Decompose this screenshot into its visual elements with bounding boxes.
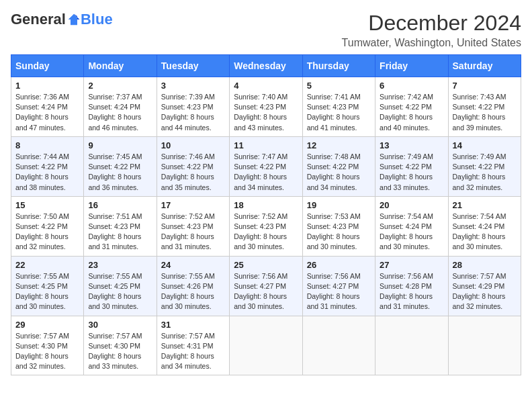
day-number: 4	[234, 81, 298, 91]
logo: General Blue	[11, 11, 113, 28]
calendar-week-3: 15 Sunrise: 7:50 AM Sunset: 4:22 PM Dayl…	[11, 196, 521, 256]
calendar-week-1: 1 Sunrise: 7:36 AM Sunset: 4:24 PM Dayli…	[11, 77, 521, 137]
calendar-week-5: 29 Sunrise: 7:57 AM Sunset: 4:30 PM Dayl…	[11, 316, 521, 375]
day-info: Sunrise: 7:51 AM Sunset: 4:23 PM Dayligh…	[88, 212, 152, 253]
day-number: 21	[453, 200, 517, 210]
calendar-cell: 25 Sunrise: 7:56 AM Sunset: 4:27 PM Dayl…	[230, 256, 302, 316]
calendar-cell	[375, 316, 448, 375]
calendar-cell: 1 Sunrise: 7:36 AM Sunset: 4:24 PM Dayli…	[11, 77, 84, 137]
calendar-cell: 7 Sunrise: 7:43 AM Sunset: 4:22 PM Dayli…	[448, 77, 521, 137]
day-info: Sunrise: 7:55 AM Sunset: 4:25 PM Dayligh…	[88, 271, 152, 312]
day-info: Sunrise: 7:43 AM Sunset: 4:22 PM Dayligh…	[453, 92, 517, 133]
calendar-cell: 8 Sunrise: 7:44 AM Sunset: 4:22 PM Dayli…	[11, 136, 84, 196]
day-number: 27	[380, 260, 443, 270]
day-number: 25	[234, 260, 298, 270]
day-number: 29	[15, 320, 79, 330]
calendar-body: 1 Sunrise: 7:36 AM Sunset: 4:24 PM Dayli…	[11, 77, 521, 375]
calendar-cell: 31 Sunrise: 7:57 AM Sunset: 4:31 PM Dayl…	[157, 316, 229, 375]
day-info: Sunrise: 7:50 AM Sunset: 4:22 PM Dayligh…	[15, 212, 79, 253]
day-info: Sunrise: 7:57 AM Sunset: 4:30 PM Dayligh…	[15, 331, 79, 372]
calendar-cell: 29 Sunrise: 7:57 AM Sunset: 4:30 PM Dayl…	[11, 316, 84, 375]
day-number: 18	[234, 200, 298, 210]
calendar-cell: 27 Sunrise: 7:56 AM Sunset: 4:28 PM Dayl…	[375, 256, 448, 316]
day-number: 1	[15, 81, 79, 91]
calendar-cell: 13 Sunrise: 7:49 AM Sunset: 4:22 PM Dayl…	[375, 136, 448, 196]
calendar-cell: 16 Sunrise: 7:51 AM Sunset: 4:23 PM Dayl…	[84, 196, 157, 256]
day-info: Sunrise: 7:52 AM Sunset: 4:23 PM Dayligh…	[234, 212, 298, 253]
day-number: 17	[161, 200, 225, 210]
calendar-cell: 14 Sunrise: 7:49 AM Sunset: 4:22 PM Dayl…	[448, 136, 521, 196]
calendar-cell: 11 Sunrise: 7:47 AM Sunset: 4:22 PM Dayl…	[230, 136, 302, 196]
calendar-cell: 23 Sunrise: 7:55 AM Sunset: 4:25 PM Dayl…	[84, 256, 157, 316]
header: General Blue December 2024 Tumwater, Was…	[11, 11, 521, 49]
day-number: 2	[88, 81, 152, 91]
calendar-cell: 18 Sunrise: 7:52 AM Sunset: 4:23 PM Dayl…	[230, 196, 302, 256]
day-number: 28	[453, 260, 517, 270]
day-number: 8	[15, 140, 79, 150]
day-info: Sunrise: 7:57 AM Sunset: 4:31 PM Dayligh…	[161, 331, 225, 372]
logo-general-text: General	[11, 11, 66, 28]
calendar-cell: 9 Sunrise: 7:45 AM Sunset: 4:22 PM Dayli…	[84, 136, 157, 196]
day-header-wednesday: Wednesday	[230, 55, 302, 77]
calendar-cell: 22 Sunrise: 7:55 AM Sunset: 4:25 PM Dayl…	[11, 256, 84, 316]
day-header-monday: Monday	[84, 55, 157, 77]
logo-icon	[67, 13, 81, 26]
day-number: 3	[161, 81, 225, 91]
day-info: Sunrise: 7:57 AM Sunset: 4:29 PM Dayligh…	[453, 271, 517, 312]
day-info: Sunrise: 7:56 AM Sunset: 4:27 PM Dayligh…	[234, 271, 298, 312]
calendar-cell: 10 Sunrise: 7:46 AM Sunset: 4:22 PM Dayl…	[157, 136, 229, 196]
title-section: December 2024 Tumwater, Washington, Unit…	[342, 11, 521, 49]
day-info: Sunrise: 7:54 AM Sunset: 4:24 PM Dayligh…	[453, 212, 517, 253]
calendar-cell: 26 Sunrise: 7:56 AM Sunset: 4:27 PM Dayl…	[302, 256, 375, 316]
day-header-friday: Friday	[375, 55, 448, 77]
day-info: Sunrise: 7:56 AM Sunset: 4:28 PM Dayligh…	[380, 271, 443, 312]
day-info: Sunrise: 7:45 AM Sunset: 4:22 PM Dayligh…	[88, 152, 152, 193]
calendar-table: SundayMondayTuesdayWednesdayThursdayFrid…	[11, 54, 521, 375]
day-header-sunday: Sunday	[11, 55, 84, 77]
location-title: Tumwater, Washington, United States	[342, 37, 521, 49]
calendar-cell: 4 Sunrise: 7:40 AM Sunset: 4:23 PM Dayli…	[230, 77, 302, 137]
day-number: 19	[307, 200, 371, 210]
day-number: 10	[161, 140, 225, 150]
day-number: 12	[307, 140, 371, 150]
calendar-cell	[448, 316, 521, 375]
day-info: Sunrise: 7:40 AM Sunset: 4:23 PM Dayligh…	[234, 92, 298, 133]
calendar-cell: 17 Sunrise: 7:52 AM Sunset: 4:23 PM Dayl…	[157, 196, 229, 256]
calendar-cell: 24 Sunrise: 7:55 AM Sunset: 4:26 PM Dayl…	[157, 256, 229, 316]
day-header-thursday: Thursday	[302, 55, 375, 77]
day-info: Sunrise: 7:49 AM Sunset: 4:22 PM Dayligh…	[453, 152, 517, 193]
day-number: 16	[88, 200, 152, 210]
day-number: 24	[161, 260, 225, 270]
day-info: Sunrise: 7:41 AM Sunset: 4:23 PM Dayligh…	[307, 92, 371, 133]
day-info: Sunrise: 7:42 AM Sunset: 4:22 PM Dayligh…	[380, 92, 443, 133]
day-info: Sunrise: 7:36 AM Sunset: 4:24 PM Dayligh…	[15, 92, 79, 133]
day-info: Sunrise: 7:53 AM Sunset: 4:23 PM Dayligh…	[307, 212, 371, 253]
calendar-cell	[230, 316, 302, 375]
day-info: Sunrise: 7:44 AM Sunset: 4:22 PM Dayligh…	[15, 152, 79, 193]
day-info: Sunrise: 7:46 AM Sunset: 4:22 PM Dayligh…	[161, 152, 225, 193]
calendar-cell: 28 Sunrise: 7:57 AM Sunset: 4:29 PM Dayl…	[448, 256, 521, 316]
day-number: 11	[234, 140, 298, 150]
day-number: 23	[88, 260, 152, 270]
day-info: Sunrise: 7:55 AM Sunset: 4:25 PM Dayligh…	[15, 271, 79, 312]
day-number: 22	[15, 260, 79, 270]
day-number: 13	[380, 140, 443, 150]
calendar-header-row: SundayMondayTuesdayWednesdayThursdayFrid…	[11, 55, 521, 77]
day-info: Sunrise: 7:37 AM Sunset: 4:24 PM Dayligh…	[88, 92, 152, 133]
calendar-cell: 5 Sunrise: 7:41 AM Sunset: 4:23 PM Dayli…	[302, 77, 375, 137]
calendar-cell: 3 Sunrise: 7:39 AM Sunset: 4:23 PM Dayli…	[157, 77, 229, 137]
calendar-cell: 6 Sunrise: 7:42 AM Sunset: 4:22 PM Dayli…	[375, 77, 448, 137]
day-number: 30	[88, 320, 152, 330]
day-info: Sunrise: 7:56 AM Sunset: 4:27 PM Dayligh…	[307, 271, 371, 312]
day-info: Sunrise: 7:48 AM Sunset: 4:22 PM Dayligh…	[307, 152, 371, 193]
calendar-cell	[302, 316, 375, 375]
day-info: Sunrise: 7:47 AM Sunset: 4:22 PM Dayligh…	[234, 152, 298, 193]
day-number: 6	[380, 81, 443, 91]
calendar-cell: 30 Sunrise: 7:57 AM Sunset: 4:30 PM Dayl…	[84, 316, 157, 375]
calendar-cell: 19 Sunrise: 7:53 AM Sunset: 4:23 PM Dayl…	[302, 196, 375, 256]
day-info: Sunrise: 7:39 AM Sunset: 4:23 PM Dayligh…	[161, 92, 225, 133]
day-number: 26	[307, 260, 371, 270]
day-number: 14	[453, 140, 517, 150]
calendar-week-4: 22 Sunrise: 7:55 AM Sunset: 4:25 PM Dayl…	[11, 256, 521, 316]
day-info: Sunrise: 7:57 AM Sunset: 4:30 PM Dayligh…	[88, 331, 152, 372]
